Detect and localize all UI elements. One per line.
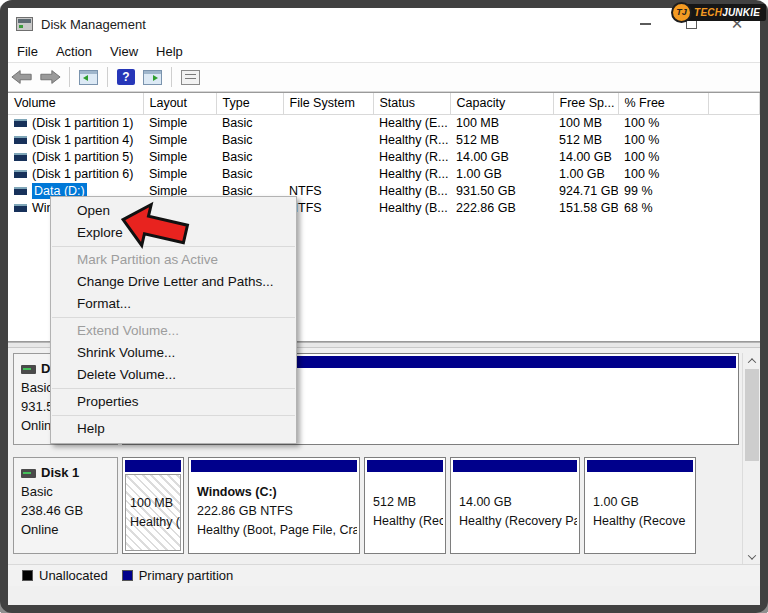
col-type[interactable]: Type — [216, 93, 283, 114]
volume-icon — [14, 187, 27, 195]
disk1-partition-windows-c[interactable]: Windows (C:) 222.86 GB NTFS Healthy (Boo… — [188, 457, 360, 554]
menu-help[interactable]: Help — [147, 42, 192, 61]
disk1-partition-efi[interactable]: 100 MB Healthy ( — [122, 457, 184, 554]
primary-partition-band — [453, 460, 577, 472]
col-empty — [708, 93, 760, 114]
menu-separator — [52, 317, 295, 318]
primary-partition-swatch — [122, 570, 133, 581]
legend-bar: Unallocated Primary partition — [8, 564, 760, 586]
menu-item-format[interactable]: Format... — [51, 293, 296, 315]
toolbar: ? — [8, 62, 760, 92]
menu-separator — [52, 388, 295, 389]
volume-row[interactable]: (Disk 1 partition 6) SimpleBasic Healthy… — [8, 165, 760, 182]
menu-item-shrink-volume[interactable]: Shrink Volume... — [51, 342, 296, 364]
disk-icon — [21, 469, 36, 478]
col-status[interactable]: Status — [373, 93, 450, 114]
disk1-partition-1gb[interactable]: 1.00 GB Healthy (Recove — [584, 457, 696, 554]
menu-item-delete-volume[interactable]: Delete Volume... — [51, 364, 296, 386]
app-window: Disk Management ✕ File Action View Help … — [0, 0, 768, 613]
menu-file[interactable]: File — [8, 42, 47, 61]
disk1-label[interactable]: Disk 1 Basic 238.46 GB Online — [13, 457, 118, 554]
brand-monogram: TJ — [671, 2, 692, 23]
scroll-down-icon[interactable] — [743, 549, 761, 565]
properties-icon[interactable] — [181, 70, 200, 85]
menu-item-change-drive-letter[interactable]: Change Drive Letter and Paths... — [51, 271, 296, 293]
action-pane-icon[interactable] — [143, 70, 162, 85]
brand-name: TECHJUNKIE — [682, 4, 766, 21]
volume-icon — [14, 136, 27, 144]
col-capacity[interactable]: Capacity — [450, 93, 553, 114]
col-pct-free[interactable]: % Free — [618, 93, 708, 114]
menu-separator — [52, 415, 295, 416]
volume-icon — [14, 204, 27, 212]
primary-partition-label: Primary partition — [139, 568, 234, 583]
disk1-partition-512mb[interactable]: 512 MB Healthy (Reco — [364, 457, 446, 554]
window-content: Disk Management ✕ File Action View Help … — [8, 8, 760, 605]
vertical-scrollbar[interactable] — [742, 353, 760, 565]
menu-action[interactable]: Action — [47, 42, 101, 61]
menu-bar: File Action View Help — [8, 40, 760, 62]
list-header-row: Volume Layout Type File System Status Ca… — [8, 93, 760, 114]
volume-icon — [14, 170, 27, 178]
menu-item-extend-volume: Extend Volume... — [51, 320, 296, 342]
unallocated-label: Unallocated — [39, 568, 108, 583]
console-tree-icon[interactable] — [79, 70, 98, 85]
disk1-partition-14gb[interactable]: 14.00 GB Healthy (Recovery Par — [450, 457, 580, 554]
volume-icon — [14, 119, 27, 127]
window-title: Disk Management — [41, 17, 146, 32]
toolbar-separator — [171, 67, 172, 87]
primary-partition-band — [191, 460, 357, 472]
primary-partition-band — [587, 460, 693, 472]
back-icon[interactable] — [11, 69, 33, 85]
scrollbar-thumb[interactable] — [745, 369, 759, 461]
col-free-space[interactable]: Free Sp... — [553, 93, 618, 114]
volume-row[interactable]: (Disk 1 partition 1) SimpleBasic Healthy… — [8, 114, 760, 131]
disk-management-app-icon — [16, 17, 33, 31]
toolbar-separator — [107, 67, 108, 87]
brand-logo: TJ TECHJUNKIE — [671, 1, 766, 23]
menu-item-help[interactable]: Help — [51, 418, 296, 440]
col-layout[interactable]: Layout — [143, 93, 216, 114]
toolbar-separator — [69, 67, 70, 87]
volume-row[interactable]: (Disk 1 partition 4) SimpleBasic Healthy… — [8, 131, 760, 148]
scroll-up-icon[interactable] — [743, 353, 761, 369]
minimize-button[interactable] — [622, 8, 668, 40]
disk-icon — [21, 365, 36, 374]
primary-partition-band — [367, 460, 443, 472]
title-bar: Disk Management ✕ — [8, 8, 760, 40]
disk1-row: Disk 1 Basic 238.46 GB Online 100 MB Hea… — [13, 457, 696, 554]
menu-item-properties[interactable]: Properties — [51, 391, 296, 413]
help-icon[interactable]: ? — [117, 69, 135, 85]
menu-view[interactable]: View — [101, 42, 147, 61]
forward-icon[interactable] — [39, 69, 61, 85]
primary-partition-band — [125, 460, 181, 472]
unallocated-swatch — [22, 570, 33, 581]
col-file-system[interactable]: File System — [283, 93, 373, 114]
volume-row[interactable]: (Disk 1 partition 5) SimpleBasic Healthy… — [8, 148, 760, 165]
col-volume[interactable]: Volume — [8, 93, 143, 114]
volume-icon — [14, 153, 27, 161]
